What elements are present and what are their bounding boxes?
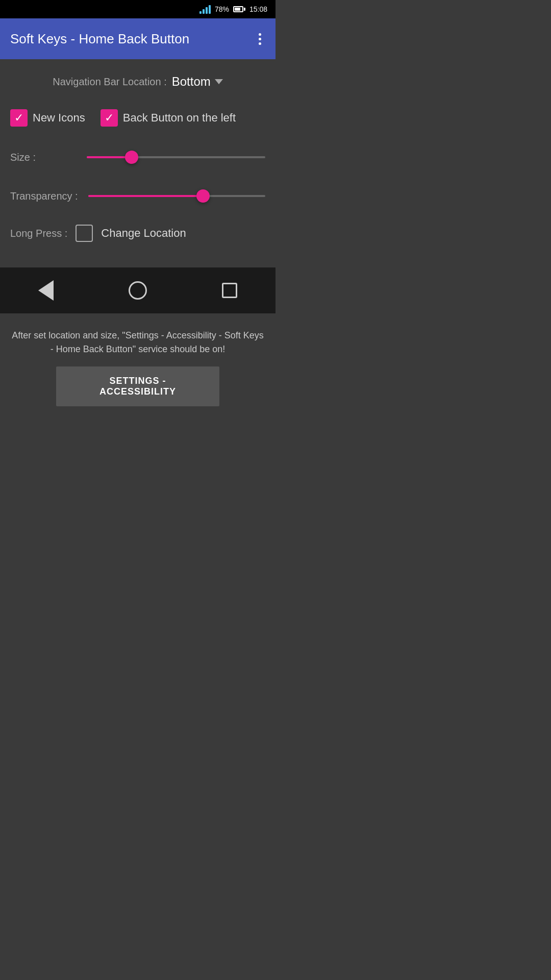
time-display: 15:08 bbox=[249, 5, 267, 13]
app-title: Soft Keys - Home Back Button bbox=[10, 31, 189, 47]
back-triangle-icon bbox=[38, 280, 54, 301]
nav-location-label: Navigation Bar Location : bbox=[53, 76, 166, 88]
checkmark-icon-2: ✓ bbox=[105, 112, 114, 124]
home-button-preview[interactable] bbox=[125, 278, 151, 303]
nav-location-value: Bottom bbox=[172, 75, 211, 89]
checkbox-row: ✓ New Icons ✓ Back Button on the left bbox=[10, 109, 265, 127]
status-bar: 78% 15:08 bbox=[0, 0, 276, 18]
back-button-left-checkbox-box: ✓ bbox=[101, 109, 118, 127]
nav-location-dropdown[interactable]: Bottom bbox=[172, 75, 223, 89]
transparency-slider-row: Transparency : bbox=[10, 186, 265, 206]
size-slider-thumb[interactable] bbox=[125, 151, 138, 164]
size-label: Size : bbox=[10, 152, 77, 163]
recents-square-icon bbox=[222, 283, 237, 298]
recents-button-preview[interactable] bbox=[217, 278, 242, 303]
app-bar: Soft Keys - Home Back Button bbox=[0, 18, 276, 59]
info-text: After set location and size, "Settings -… bbox=[10, 329, 265, 356]
size-slider[interactable] bbox=[87, 147, 265, 167]
size-slider-row: Size : bbox=[10, 147, 265, 167]
signal-icon bbox=[199, 5, 211, 14]
change-location-checkbox[interactable] bbox=[76, 225, 93, 242]
transparency-slider-thumb[interactable] bbox=[196, 189, 210, 203]
transparency-slider-fill bbox=[88, 195, 204, 197]
checkmark-icon: ✓ bbox=[14, 112, 23, 124]
battery-icon bbox=[233, 6, 245, 12]
transparency-slider[interactable] bbox=[88, 186, 265, 206]
back-button-left-label: Back Button on the left bbox=[123, 111, 236, 125]
change-location-text: Change Location bbox=[101, 227, 186, 240]
overflow-menu-button[interactable] bbox=[255, 29, 265, 49]
long-press-row: Long Press : Change Location bbox=[10, 225, 265, 242]
main-content: Navigation Bar Location : Bottom ✓ New I… bbox=[0, 59, 276, 252]
nav-bar-preview bbox=[0, 267, 276, 313]
new-icons-checkbox[interactable]: ✓ New Icons bbox=[10, 109, 85, 127]
back-button-left-checkbox[interactable]: ✓ Back Button on the left bbox=[101, 109, 236, 127]
nav-location-row: Navigation Bar Location : Bottom bbox=[10, 75, 265, 89]
long-press-label: Long Press : bbox=[10, 228, 67, 239]
new-icons-label: New Icons bbox=[33, 111, 85, 125]
battery-percent: 78% bbox=[215, 5, 229, 13]
home-circle-icon bbox=[129, 281, 147, 300]
transparency-label: Transparency : bbox=[10, 190, 78, 202]
dropdown-arrow-icon bbox=[215, 79, 223, 84]
settings-accessibility-button[interactable]: SETTINGS - ACCESSIBILITY bbox=[56, 366, 219, 406]
back-button-preview[interactable] bbox=[33, 278, 59, 303]
new-icons-checkbox-box: ✓ bbox=[10, 109, 28, 127]
